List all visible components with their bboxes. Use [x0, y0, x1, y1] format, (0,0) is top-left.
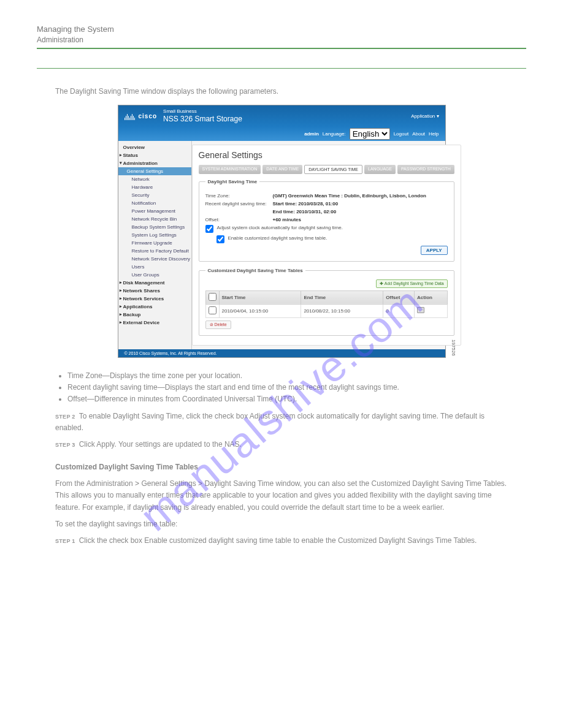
- sidebar-backup-sys[interactable]: Backup System Settings: [118, 223, 191, 231]
- table-row: 2010/04/04, 10:15:00 2010/08/22, 10:15:0…: [205, 304, 447, 317]
- custom-tables-fieldset: Customized Daylight Saving Time Tables A…: [199, 268, 454, 336]
- step1b-text: Click the check box Enable customized da…: [79, 536, 477, 545]
- chk-auto-dst[interactable]: [205, 225, 213, 233]
- start-time-value: Start time: 2010/03/28, 01:00: [273, 201, 339, 207]
- tab-dst[interactable]: DAYLIGHT SAVING TIME: [304, 165, 362, 174]
- sidebar-overview[interactable]: Overview: [118, 143, 191, 151]
- about-link[interactable]: About: [412, 131, 425, 137]
- sidebar-restore[interactable]: Restore to Factory Default: [118, 247, 191, 255]
- edit-icon[interactable]: [417, 307, 424, 313]
- sidebar-firmware[interactable]: Firmware Upgrade: [118, 239, 191, 247]
- delete-button[interactable]: Delete: [205, 320, 231, 329]
- main-content: General Settings SYSTEM ADMINISTRATION D…: [192, 145, 461, 346]
- figure-number: 197526: [451, 339, 456, 356]
- sidebar-services[interactable]: Network Services: [118, 295, 191, 303]
- chapter-rule: [37, 48, 526, 69]
- th-action: Action: [415, 290, 448, 304]
- sidebar-status[interactable]: Status: [118, 151, 191, 159]
- sidebar-power[interactable]: Power Management: [118, 207, 191, 215]
- logout-link[interactable]: Logout: [394, 131, 408, 137]
- sidebar-apps[interactable]: Applications: [118, 303, 191, 311]
- intro-paragraph: The Daylight Saving Time window displays…: [55, 86, 508, 97]
- th-start: Start Time: [219, 290, 301, 304]
- bullet-recent: Recent daylight saving time—Displays the…: [67, 382, 508, 393]
- sidebar-general-settings[interactable]: General Settings: [118, 167, 191, 175]
- tables-legend: Customized Daylight Saving Time Tables: [205, 268, 305, 273]
- application-menu[interactable]: Application ▾: [411, 113, 439, 119]
- sidebar-groups[interactable]: User Groups: [118, 271, 191, 279]
- screenshot-panel: cisco Small Business NSS 326 Smart Stora…: [118, 105, 446, 358]
- app-topbar: cisco Small Business NSS 326 Smart Stora…: [118, 105, 445, 127]
- dst-fieldset: Daylight Saving Time Time Zone:(GMT) Gre…: [199, 179, 454, 262]
- custom-desc: From the Administration > General Settin…: [55, 478, 508, 514]
- sidebar-network[interactable]: Network: [118, 175, 191, 183]
- sidebar-hardware[interactable]: Hardware: [118, 183, 191, 191]
- dst-legend: Daylight Saving Time: [205, 179, 260, 184]
- step2-text: To enable Daylight Saving Time, click th…: [55, 412, 484, 432]
- sidebar-recycle[interactable]: Network Recycle Bin: [118, 215, 191, 223]
- brand-title: NSS 326 Smart Storage: [163, 115, 242, 123]
- th-offset: Offset: [383, 290, 415, 304]
- brand-subtitle: Small Business: [163, 109, 242, 115]
- dst-table: Start Time End Time Offset Action 2010/0…: [205, 290, 448, 318]
- offset-value: +60 minutes: [273, 217, 301, 222]
- language-label: Language:: [323, 131, 346, 137]
- sidebar-backup[interactable]: Backup: [118, 311, 191, 319]
- sidebar-ext[interactable]: External Device: [118, 319, 191, 327]
- recent-label: Recent daylight saving time:: [205, 201, 273, 207]
- chk-custom-table-label: Enable customized daylight saving time t…: [228, 235, 327, 241]
- tz-label: Time Zone:: [205, 193, 273, 199]
- chk-all[interactable]: [209, 293, 216, 301]
- sidebar-discovery[interactable]: Network Service Discovery: [118, 255, 191, 263]
- sidebar-shares[interactable]: Network Shares: [118, 287, 191, 295]
- cell-end: 2010/08/22, 10:15:00: [301, 304, 383, 317]
- end-time-value: End time: 2010/10/31, 02:00: [273, 209, 337, 214]
- sidebar-disk[interactable]: Disk Management: [118, 279, 191, 287]
- user-label: admin: [304, 131, 319, 137]
- sidebar-users[interactable]: Users: [118, 263, 191, 271]
- bullet-tz: Time Zone—Displays the time zone per you…: [67, 370, 508, 382]
- sidebar-syslog[interactable]: System Log Settings: [118, 231, 191, 239]
- tab-password[interactable]: PASSWORD STRENGTH: [397, 165, 454, 174]
- to-set-text: To set the daylight savings time table:: [55, 518, 508, 530]
- sidebar-notification[interactable]: Notification: [118, 199, 191, 207]
- chk-custom-table[interactable]: [216, 235, 224, 243]
- subheader-bar: admin Language: English Logout About Hel…: [118, 127, 445, 141]
- bullet-offset: Offset—Difference in minutes from Coordi…: [67, 393, 508, 405]
- step1b-label: STEP 1: [55, 538, 75, 544]
- custom-heading: Customized Daylight Saving Time Tables: [55, 461, 508, 473]
- chapter-sub: Administration: [37, 36, 526, 44]
- sidebar-administration[interactable]: Administration: [118, 159, 191, 167]
- cell-offset: 0: [383, 304, 415, 317]
- tz-value: (GMT) Greenwich Mean Time : Dublin, Edin…: [273, 193, 427, 199]
- chapter-label: Managing the System: [37, 25, 526, 34]
- sidebar-security[interactable]: Security: [118, 191, 191, 199]
- th-end: End Time: [301, 290, 383, 304]
- page-title: General Settings: [199, 150, 454, 160]
- cisco-wordmark: cisco: [139, 113, 158, 119]
- language-select[interactable]: English: [350, 128, 390, 140]
- tab-sys-admin[interactable]: SYSTEM ADMINISTRATION: [199, 165, 261, 174]
- chk-auto-dst-label: Adjust system clock automatically for da…: [217, 225, 343, 230]
- app-footer: © 2010 Cisco Systems, Inc. All Rights Re…: [118, 349, 445, 357]
- cell-start: 2010/04/04, 10:15:00: [219, 304, 301, 317]
- sidebar: Overview Status Administration General S…: [118, 141, 192, 349]
- add-dst-button[interactable]: Add Daylight Saving Time Data: [376, 279, 447, 288]
- tab-language[interactable]: LANGUAGE: [364, 165, 396, 174]
- step3-text: Click Apply. Your settings are updated t…: [79, 440, 242, 449]
- step2-label: STEP 2: [55, 414, 75, 420]
- help-link[interactable]: Help: [429, 131, 439, 137]
- tabs-row: SYSTEM ADMINISTRATION DATE AND TIME DAYL…: [199, 165, 454, 174]
- apply-button[interactable]: APPLY: [421, 246, 448, 255]
- chk-row[interactable]: [209, 306, 216, 314]
- tab-date-time[interactable]: DATE AND TIME: [262, 165, 302, 174]
- offset-label: Offset:: [205, 217, 273, 222]
- cisco-logo-icon: [124, 113, 135, 120]
- step3-label: STEP 3: [55, 442, 75, 448]
